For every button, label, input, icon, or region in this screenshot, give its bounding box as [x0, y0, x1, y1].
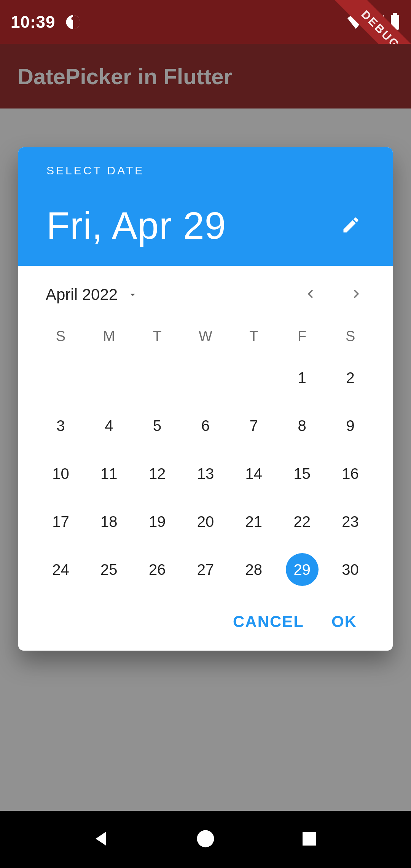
calendar-day-label: 7	[250, 417, 258, 434]
svg-point-1	[71, 17, 75, 20]
cancel-button[interactable]: CANCEL	[233, 613, 304, 631]
calendar-day-label: 22	[293, 513, 311, 530]
calendar-day-28[interactable]: 28	[229, 546, 278, 594]
calendar-day-label: 24	[52, 561, 69, 578]
prev-month-button[interactable]	[298, 282, 323, 307]
android-nav-bar	[0, 811, 411, 868]
status-app-icon	[65, 14, 81, 30]
calendar-day-25[interactable]: 25	[85, 546, 133, 594]
calendar-day-label: 25	[100, 561, 118, 578]
calendar-day-9[interactable]: 9	[326, 402, 374, 450]
calendar-blank	[182, 354, 230, 402]
calendar-day-label: 20	[197, 513, 214, 530]
weekday-header: T	[133, 318, 182, 354]
calendar-day-17[interactable]: 17	[37, 498, 85, 546]
calendar-day-21[interactable]: 21	[229, 498, 278, 546]
calendar-day-label: 14	[245, 465, 263, 482]
calendar-day-label: 11	[100, 465, 118, 482]
square-recents-icon	[300, 830, 319, 849]
next-month-button[interactable]	[344, 282, 368, 307]
calendar-blank	[85, 354, 133, 402]
calendar-day-label: 4	[105, 417, 113, 434]
calendar-day-label: 15	[293, 465, 311, 482]
back-button[interactable]	[88, 826, 115, 853]
calendar-day-16[interactable]: 16	[326, 450, 374, 498]
calendar-day-label: 9	[346, 417, 354, 434]
calendar-day-14[interactable]: 14	[229, 450, 278, 498]
chevron-right-icon	[348, 286, 365, 304]
wifi-icon	[346, 14, 365, 30]
triangle-back-icon	[91, 828, 112, 850]
calendar-day-24[interactable]: 24	[37, 546, 85, 594]
calendar-day-3[interactable]: 3	[37, 402, 85, 450]
calendar-day-label: 8	[298, 417, 306, 434]
cell-signal-icon	[369, 14, 386, 30]
calendar-day-12[interactable]: 12	[133, 450, 182, 498]
calendar-day-label: 21	[245, 513, 263, 530]
home-button[interactable]	[192, 826, 219, 853]
calendar-blank	[133, 354, 182, 402]
calendar-day-8[interactable]: 8	[278, 402, 326, 450]
calendar-day-label: 5	[153, 417, 161, 434]
date-picker-eyebrow: SELECT DATE	[46, 164, 365, 177]
svg-rect-2	[391, 15, 399, 30]
calendar-day-label: 26	[149, 561, 166, 578]
status-bar: 10:39	[0, 0, 411, 44]
calendar-day-label: 28	[245, 561, 263, 578]
weekday-header: T	[229, 318, 278, 354]
calendar-day-15[interactable]: 15	[278, 450, 326, 498]
switch-to-input-button[interactable]	[337, 212, 365, 239]
calendar-day-29[interactable]: 29	[278, 546, 326, 594]
calendar-day-label: 10	[52, 465, 69, 482]
calendar-blank	[229, 354, 278, 402]
calendar-day-19[interactable]: 19	[133, 498, 182, 546]
calendar-day-18[interactable]: 18	[85, 498, 133, 546]
pencil-icon	[341, 215, 361, 236]
status-right	[346, 13, 400, 31]
month-year-label: April 2022	[46, 286, 118, 304]
svg-point-4	[197, 830, 214, 847]
battery-icon	[390, 13, 400, 31]
calendar-day-30[interactable]: 30	[326, 546, 374, 594]
status-left: 10:39	[11, 13, 81, 32]
calendar-day-label: 16	[342, 465, 359, 482]
calendar-day-23[interactable]: 23	[326, 498, 374, 546]
calendar-day-13[interactable]: 13	[182, 450, 230, 498]
weekday-header: S	[326, 318, 374, 354]
weekday-header: S	[37, 318, 85, 354]
date-picker-header: SELECT DATE Fri, Apr 29	[18, 147, 393, 266]
calendar-day-label: 6	[201, 417, 210, 434]
calendar-day-2[interactable]: 2	[326, 354, 374, 402]
calendar-day-1[interactable]: 1	[278, 354, 326, 402]
calendar-blank	[37, 354, 85, 402]
calendar-day-26[interactable]: 26	[133, 546, 182, 594]
recents-button[interactable]	[296, 826, 323, 853]
calendar-day-label: 19	[149, 513, 166, 530]
circle-home-icon	[195, 828, 216, 850]
chevron-left-icon	[302, 286, 319, 304]
calendar-day-20[interactable]: 20	[182, 498, 230, 546]
calendar-day-10[interactable]: 10	[37, 450, 85, 498]
calendar-day-22[interactable]: 22	[278, 498, 326, 546]
calendar-day-6[interactable]: 6	[182, 402, 230, 450]
svg-rect-3	[393, 13, 397, 16]
calendar-day-label: 12	[149, 465, 166, 482]
calendar-day-label: 13	[197, 465, 214, 482]
calendar-day-label: 23	[342, 513, 359, 530]
calendar-day-5[interactable]: 5	[133, 402, 182, 450]
calendar-day-11[interactable]: 11	[85, 450, 133, 498]
calendar-day-4[interactable]: 4	[85, 402, 133, 450]
calendar-day-label: 27	[197, 561, 214, 578]
calendar-day-label: 2	[346, 369, 354, 386]
calendar-day-27[interactable]: 27	[182, 546, 230, 594]
calendar-grid: SMTWTFS123456789101112131415161718192021…	[37, 318, 374, 594]
weekday-header: W	[182, 318, 230, 354]
month-year-selector[interactable]: April 2022	[46, 286, 138, 304]
dropdown-icon	[127, 289, 138, 300]
calendar-day-label: 18	[100, 513, 118, 530]
date-picker-headline: Fri, Apr 29	[46, 204, 226, 247]
month-row: April 2022	[37, 273, 374, 318]
status-time: 10:39	[11, 13, 56, 32]
ok-button[interactable]: OK	[331, 613, 357, 631]
calendar-day-7[interactable]: 7	[229, 402, 278, 450]
